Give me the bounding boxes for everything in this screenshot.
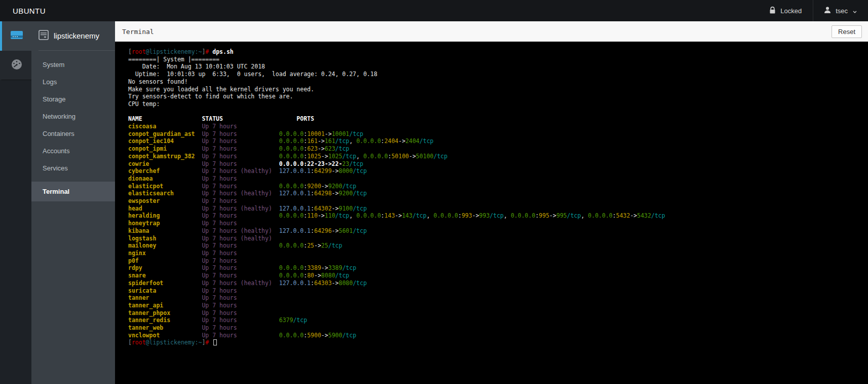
sidebar-item-accounts[interactable]: Accounts: [31, 142, 115, 159]
terminal-line: honeytrap Up 7 hours: [128, 220, 864, 227]
content-header: Terminal Reset: [115, 21, 868, 42]
server-icon: [10, 30, 23, 42]
terminal-line: cowrie Up 7 hours 0.0.0.0:22-23->22-23/t…: [128, 160, 864, 168]
terminal-line: tanner_web Up 7 hours: [128, 324, 864, 332]
terminal-line: vnclowpot Up 7 hours 0.0.0.0:5900->5900/…: [128, 332, 864, 339]
terminal-line: spiderfoot Up 7 hours (healthy) 127.0.0.…: [128, 280, 864, 287]
terminal-line: suricata Up 7 hours: [128, 287, 864, 295]
sidebar-item-terminal[interactable]: Terminal: [31, 182, 115, 201]
terminal-line: Make sure you loaded all the kernel driv…: [128, 86, 864, 93]
lock-icon: [770, 7, 775, 15]
terminal-line: NAME STATUS PORTS: [128, 115, 864, 123]
terminal-line: Date: Mon Aug 13 10:01:03 UTC 2018: [128, 63, 864, 71]
terminal-line: tanner_redis Up 7 hours 6379/tcp: [128, 317, 864, 324]
terminal-line: head Up 7 hours (healthy) 127.0.0.1:6430…: [128, 205, 864, 213]
terminal-line: CPU temp:: [128, 100, 864, 108]
terminal-line: heralding Up 7 hours 0.0.0.0:110->110/tc…: [128, 212, 864, 220]
user-name: tsec: [836, 7, 848, 15]
sidebar-item-services[interactable]: Services: [31, 159, 115, 177]
host-machine-icon: [39, 30, 49, 42]
terminal-line: conpot_kamstrup_382 Up 7 hours 0.0.0.0:1…: [128, 153, 864, 160]
sidebar-rail: [0, 21, 31, 384]
terminal-line: elasticpot Up 7 hours 0.0.0.0:9200->9200…: [128, 183, 864, 190]
sidebar-item-logs[interactable]: Logs: [31, 73, 115, 90]
terminal-line: rdpy Up 7 hours 0.0.0.0:3389->3389/tcp: [128, 264, 864, 272]
brand-logo: UBUNTU: [13, 7, 46, 15]
terminal-line: conpot_iec104 Up 7 hours 0.0.0.0:161->16…: [128, 137, 864, 145]
user-menu[interactable]: tsec: [813, 0, 868, 21]
terminal-line: Try sensors-detect to find out which the…: [128, 93, 864, 100]
terminal-line: [128, 108, 864, 116]
sidebar-separator: [39, 50, 115, 51]
sidebar-nav: SystemLogsStorageNetworkingContainersAcc…: [31, 56, 115, 201]
terminal-cursor: [213, 339, 217, 345]
terminal-line: dionaea Up 7 hours: [128, 175, 864, 183]
rail-host-button[interactable]: [0, 21, 31, 51]
terminal-output[interactable]: [root@lipstickenemy:~]# dps.sh========| …: [115, 42, 868, 384]
terminal-line: cyberchef Up 7 hours (healthy) 127.0.0.1…: [128, 167, 864, 175]
rail-dashboard-button[interactable]: [0, 51, 31, 80]
terminal-line: Uptime: 10:01:03 up 6:33, 0 users, load …: [128, 71, 864, 78]
terminal-line: ewsposter Up 7 hours: [128, 197, 864, 205]
terminal-line: tanner_api Up 7 hours: [128, 302, 864, 309]
terminal-line: tanner Up 7 hours: [128, 294, 864, 302]
content-column: Terminal Reset [root@lipstickenemy:~]# d…: [115, 21, 868, 384]
sidebar-item-system[interactable]: System: [31, 56, 115, 73]
reset-button[interactable]: Reset: [832, 25, 862, 38]
terminal-line: mailoney Up 7 hours 0.0.0.0:25->25/tcp: [128, 242, 864, 250]
terminal-line: snare Up 7 hours 0.0.0.0:80->8080/tcp: [128, 272, 864, 280]
page-title: Terminal: [122, 28, 154, 36]
dashboard-gauge-icon: [11, 58, 23, 73]
terminal-line: tanner_phpox Up 7 hours: [128, 309, 864, 317]
host-name: lipstickenemy: [54, 31, 99, 40]
topbar: UBUNTU Locked tsec: [0, 0, 868, 21]
terminal-line: logstash Up 7 hours (healthy): [128, 235, 864, 242]
chevron-down-icon: [853, 7, 857, 15]
terminal-line: conpot_guardian_ast Up 7 hours 0.0.0.0:1…: [128, 130, 864, 138]
sidebar-item-networking[interactable]: Networking: [31, 108, 115, 125]
topbar-right: Locked tsec: [759, 0, 868, 21]
terminal-line: ========| System |========: [128, 56, 864, 63]
host-header: lipstickenemy: [31, 21, 115, 48]
terminal-line: [root@lipstickenemy:~]#: [128, 339, 864, 346]
sidebar-item-storage[interactable]: Storage: [31, 90, 115, 108]
terminal-line: No sensors found!: [128, 78, 864, 86]
main-row: lipstickenemy SystemLogsStorageNetworkin…: [0, 21, 868, 384]
terminal-line: elasticsearch Up 7 hours (healthy) 127.0…: [128, 190, 864, 197]
terminal-line: p0f Up 7 hours: [128, 257, 864, 265]
terminal-line: kibana Up 7 hours (healthy) 127.0.0.1:64…: [128, 227, 864, 235]
locked-label: Locked: [780, 7, 802, 15]
sidebar-item-containers[interactable]: Containers: [31, 125, 115, 142]
terminal-line: [root@lipstickenemy:~]# dps.sh: [128, 48, 864, 56]
locked-button[interactable]: Locked: [759, 0, 813, 21]
sidebar-panel: lipstickenemy SystemLogsStorageNetworkin…: [31, 21, 115, 384]
app-window: UBUNTU Locked tsec: [0, 0, 868, 384]
terminal-line: conpot_ipmi Up 7 hours 0.0.0.0:623->623/…: [128, 145, 864, 153]
terminal-line: nginx Up 7 hours: [128, 250, 864, 257]
user-icon: [824, 7, 831, 15]
terminal-line: ciscoasa Up 7 hours: [128, 123, 864, 130]
